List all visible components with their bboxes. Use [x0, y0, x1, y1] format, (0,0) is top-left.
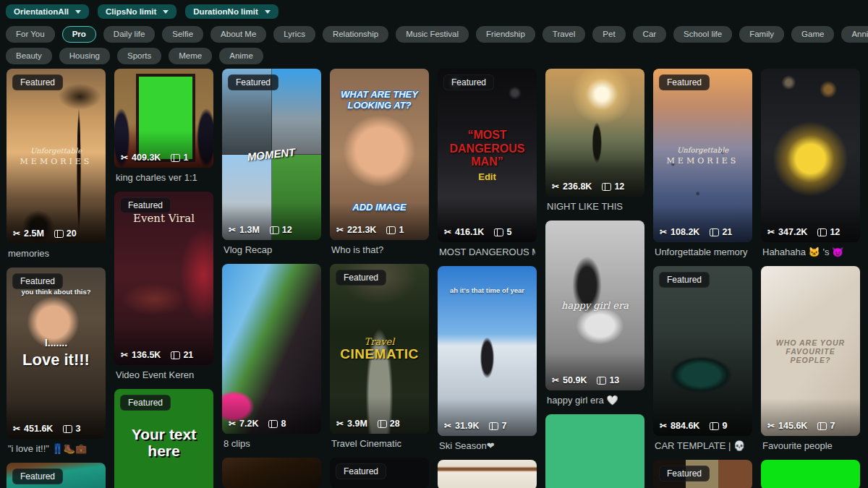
- template-thumbnail-green-bright[interactable]: [761, 460, 860, 488]
- template-card[interactable]: ✂347.2K12Hahahaha 🐱 's 😈: [761, 69, 860, 266]
- template-thumbnail-beige[interactable]: [438, 460, 537, 488]
- template-card[interactable]: FeaturedYour text here: [114, 389, 213, 488]
- template-thumbnail-forest-road[interactable]: FeaturedTravelCINEMATIC✂3.9M28: [330, 264, 429, 434]
- category-chip-school-life[interactable]: School life: [673, 26, 732, 43]
- template-card[interactable]: FeaturedEvent Viral✂136.5K21Video Event …: [114, 192, 213, 389]
- template-thumbnail-bw-beach[interactable]: happy girl era✂50.9K13: [545, 221, 644, 390]
- template-card[interactable]: Featured“MOST DANGEROUS MAN”Edit✂416.1K5…: [438, 69, 537, 266]
- thumbnail-overlays: UnforgettableMEMORIES: [7, 69, 106, 244]
- stats-bar: ✂884.6K9: [660, 421, 727, 431]
- template-thumbnail-green-mint[interactable]: [545, 414, 644, 488]
- category-chip-anniversary[interactable]: Anniversary: [841, 26, 868, 43]
- thumbnail-overlay-text: Event Viral: [118, 212, 209, 225]
- template-card[interactable]: Featured: [330, 458, 429, 488]
- orientation-dropdown[interactable]: OrientationAll: [6, 4, 89, 19]
- category-chip-car[interactable]: Car: [633, 26, 667, 43]
- template-card[interactable]: [545, 414, 644, 488]
- template-card[interactable]: Featured✂884.6K9CAR TEMPLATE | 💀: [653, 266, 752, 460]
- category-chip-lyrics[interactable]: Lyrics: [273, 26, 315, 43]
- template-card[interactable]: [438, 460, 537, 488]
- featured-badge: Featured: [12, 74, 63, 90]
- template-thumbnail-greenscreen-room[interactable]: ✂409.3K1: [114, 69, 213, 168]
- template-thumbnail-pool[interactable]: Featured: [7, 463, 106, 488]
- filter-bar: OrientationAll ClipsNo limit DurationNo …: [0, 0, 868, 19]
- scissors-icon: ✂: [229, 225, 236, 235]
- scissors-icon: ✂: [121, 350, 128, 360]
- template-card[interactable]: WHAT ARE THEY LOOKING AT?ADD IMAGE✂221.3…: [330, 69, 429, 264]
- thumbnail-overlay-text: Your text here: [118, 427, 209, 459]
- uses-count: 416.1K: [455, 227, 484, 237]
- category-chip-daily-life[interactable]: Daily life: [103, 26, 155, 43]
- uses-count: 50.9K: [563, 375, 587, 385]
- template-thumbnail-sunset-palm[interactable]: FeaturedUnforgettableMEMORIES✂2.5M20: [7, 69, 106, 244]
- template-thumbnail-cat-night[interactable]: ✂347.2K12: [761, 69, 860, 242]
- template-thumbnail-black[interactable]: Featured: [330, 458, 429, 488]
- template-card[interactable]: FeaturedTravelCINEMATIC✂3.9M28Travel Cin…: [330, 264, 429, 458]
- category-chip-about-me[interactable]: About Me: [210, 26, 266, 43]
- template-thumbnail-beach-sunset[interactable]: ✂236.8K12: [545, 69, 644, 197]
- scissors-icon: ✂: [660, 227, 667, 237]
- template-card[interactable]: FeaturedUnforgettableMEMORIES✂2.5M20memo…: [7, 69, 106, 267]
- category-chip-pro[interactable]: Pro: [62, 26, 96, 43]
- template-thumbnail-gtr[interactable]: Featured✂884.6K9: [653, 266, 752, 436]
- template-thumbnail-car-window[interactable]: ✂7.2K8: [222, 264, 321, 434]
- clips-count: 28: [390, 419, 400, 429]
- template-card[interactable]: ah it's that time of year✂31.9K7Ski Seas…: [438, 266, 537, 460]
- category-chip-pet[interactable]: Pet: [592, 26, 625, 43]
- category-chip-friendship[interactable]: Friendship: [476, 26, 535, 43]
- template-card[interactable]: FeaturedUnforgettableMEMORIES✂108.2K21Un…: [653, 69, 752, 266]
- category-chip-relationship[interactable]: Relationship: [323, 26, 388, 43]
- template-card[interactable]: FeaturedMOMENT✂1.3M12Vlog Recap: [222, 69, 321, 264]
- category-chip-anime[interactable]: Anime: [219, 48, 263, 64]
- template-thumbnail-concert[interactable]: FeaturedEvent Viral✂136.5K21: [114, 192, 213, 365]
- template-card[interactable]: ✂7.2K88 clips: [222, 264, 321, 458]
- template-card[interactable]: Featuredyou think about this?I.......Lov…: [7, 267, 106, 463]
- template-card[interactable]: happy girl era✂50.9K13happy girl era 🤍: [545, 221, 644, 414]
- category-chip-meme[interactable]: Meme: [169, 48, 212, 64]
- template-thumbnail-sky-birds[interactable]: FeaturedUnforgettableMEMORIES✂108.2K21: [653, 69, 752, 242]
- scissors-icon: ✂: [552, 375, 559, 385]
- category-chip-beauty[interactable]: Beauty: [6, 48, 52, 64]
- template-thumbnail-paper[interactable]: WHO ARE YOUR FAVOURITE PEOPLE?✂145.6K7: [761, 266, 860, 436]
- thumbnail-overlays: TravelCINEMATIC: [330, 264, 429, 434]
- template-thumbnail-collage[interactable]: Featured: [653, 460, 752, 488]
- template-thumbnail-night-street[interactable]: Featured“MOST DANGEROUS MAN”Edit✂416.1K5: [438, 69, 537, 242]
- template-card[interactable]: Featured: [7, 463, 106, 488]
- grid-column-6: ✂236.8K12NIGHT LIKE THIShappy girl era✂5…: [545, 69, 644, 488]
- featured-badge: Featured: [12, 273, 63, 289]
- template-card[interactable]: WHO ARE YOUR FAVOURITE PEOPLE?✂145.6K7Fa…: [761, 266, 860, 460]
- category-chip-game[interactable]: Game: [791, 26, 834, 43]
- category-chip-for-you[interactable]: For You: [6, 26, 55, 43]
- category-chip-music-festival[interactable]: Music Festival: [396, 26, 469, 43]
- template-title: CAR TEMPLATE | 💀: [655, 440, 751, 452]
- template-thumbnail-office[interactable]: Featuredyou think about this?I.......Lov…: [7, 267, 106, 439]
- film-clip-icon: [378, 420, 387, 428]
- clips-dropdown[interactable]: ClipsNo limit: [98, 4, 176, 19]
- category-chip-sports[interactable]: Sports: [117, 48, 161, 64]
- stats-bar: ✂136.5K21: [121, 350, 193, 360]
- scissors-icon: ✂: [444, 227, 451, 237]
- thumbnail-overlays: MOMENT: [222, 69, 321, 240]
- category-chip-selfie[interactable]: Selfie: [162, 26, 203, 43]
- template-card[interactable]: [761, 460, 860, 488]
- category-chip-family[interactable]: Family: [739, 26, 784, 43]
- thumbnail-overlay-text: I.......: [10, 337, 101, 348]
- template-thumbnail-roads-grid[interactable]: FeaturedMOMENT✂1.3M12: [222, 69, 321, 240]
- template-title: king charles ver 1:1: [116, 172, 212, 184]
- template-thumbnail-ski[interactable]: ah it's that time of year✂31.9K7: [438, 266, 537, 436]
- duration-dropdown[interactable]: DurationNo limit: [185, 4, 278, 19]
- template-card[interactable]: ✂236.8K12NIGHT LIKE THIS: [545, 69, 644, 221]
- category-chip-housing[interactable]: Housing: [59, 48, 110, 64]
- template-card[interactable]: ✂409.3K1king charles ver 1:1: [114, 69, 213, 192]
- film-clip-icon: [63, 425, 72, 433]
- film-clip-icon: [171, 154, 180, 162]
- stats-bar: ✂3.9M28: [336, 419, 400, 429]
- template-thumbnail-meme-tan[interactable]: WHAT ARE THEY LOOKING AT?ADD IMAGE✂221.3…: [330, 69, 429, 240]
- category-chip-travel[interactable]: Travel: [542, 26, 586, 43]
- template-thumbnail-wood-dark[interactable]: [222, 458, 321, 488]
- template-thumbnail-green-dark[interactable]: FeaturedYour text here: [114, 389, 213, 488]
- stats-bar: ✂108.2K21: [660, 227, 732, 237]
- clips-count: 21: [183, 350, 193, 360]
- template-card[interactable]: Featured: [653, 460, 752, 488]
- template-card[interactable]: [222, 458, 321, 488]
